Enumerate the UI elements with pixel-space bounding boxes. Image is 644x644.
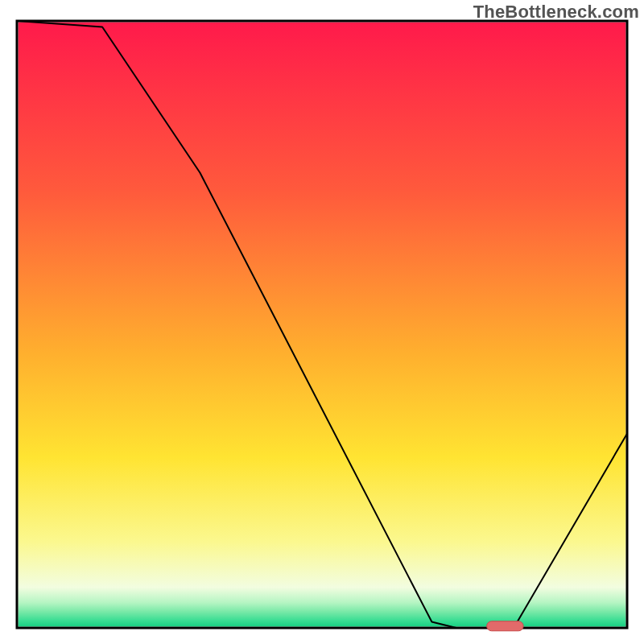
bottleneck-chart xyxy=(0,0,644,644)
chart-container: TheBottleneck.com xyxy=(0,0,644,644)
optimal-range-marker xyxy=(487,621,523,631)
plot-background xyxy=(19,23,626,627)
watermark-text: TheBottleneck.com xyxy=(473,2,639,23)
